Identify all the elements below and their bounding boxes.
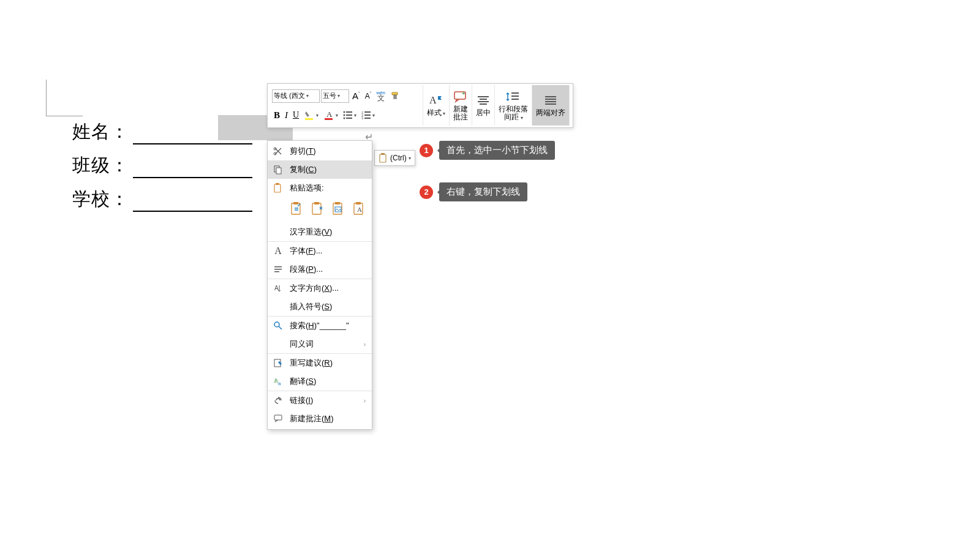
- field-label: 学校：: [72, 187, 129, 212]
- paste-picture-button[interactable]: [330, 200, 346, 218]
- svg-text:a: a: [278, 381, 281, 386]
- menu-label: 翻译(S): [290, 376, 316, 387]
- line-spacing-button[interactable]: 行和段落间距 ▾: [495, 85, 532, 126]
- align-center-button[interactable]: 居中: [472, 85, 495, 126]
- font-size-value: 五号: [323, 91, 336, 100]
- link-icon: [273, 395, 284, 406]
- svg-rect-25: [545, 96, 556, 97]
- svg-rect-45: [356, 202, 361, 204]
- menu-label: 复制(C): [290, 164, 317, 175]
- form-field-school: 学校：: [72, 187, 252, 212]
- menu-paste-options-header: 粘贴选项:: [268, 179, 372, 197]
- styles-button[interactable]: A 样式 ▾: [423, 85, 450, 126]
- menu-insert-symbol[interactable]: 插入符号(S): [268, 298, 372, 316]
- paste-keep-source-button[interactable]: [288, 200, 304, 218]
- svg-rect-39: [312, 203, 321, 214]
- shrink-font-button[interactable]: Aˇ: [363, 88, 374, 104]
- context-menu: 剪切(T) 复制(C) 粘贴选项: A 汉字重选(V) A 字体(F)...: [267, 140, 372, 430]
- menu-text-direction[interactable]: A 文字方向(X)...: [268, 279, 372, 298]
- svg-rect-19: [480, 99, 487, 100]
- rewrite-icon: [273, 358, 284, 369]
- paste-options-popup[interactable]: (Ctrl) ▾: [374, 150, 415, 166]
- form-field-class: 班级：: [72, 153, 252, 178]
- svg-rect-36: [276, 183, 279, 185]
- menu-label: 文字方向(X)...: [290, 283, 339, 294]
- menu-new-comment[interactable]: 新建批注(M): [268, 410, 372, 428]
- menu-label: 同义词: [290, 339, 314, 350]
- menu-translate[interactable]: あa 翻译(S): [268, 372, 372, 391]
- menu-rewrite[interactable]: 重写建议(R): [268, 353, 372, 372]
- format-painter-button[interactable]: [388, 88, 403, 104]
- new-comment-button[interactable]: + 新建批注: [450, 85, 472, 126]
- style-icon: A: [428, 93, 444, 108]
- svg-point-7: [344, 118, 345, 119]
- svg-rect-0: [305, 118, 313, 120]
- menu-font[interactable]: A 字体(F)...: [268, 241, 372, 260]
- svg-point-5: [344, 114, 345, 116]
- svg-text:A: A: [429, 95, 437, 105]
- bold-button[interactable]: B: [272, 107, 282, 123]
- menu-hanzi-reselect[interactable]: 汉字重选(V): [268, 223, 372, 241]
- menu-copy[interactable]: 复制(C): [268, 160, 372, 179]
- annotation-badge: 2: [420, 186, 433, 199]
- menu-label: 链接(I): [290, 395, 313, 406]
- paste-popup-label: (Ctrl): [390, 154, 407, 162]
- menu-synonyms[interactable]: 同义词 ›: [268, 335, 372, 353]
- paste-options-row: A: [268, 197, 372, 223]
- bullets-button[interactable]: ▾: [341, 107, 358, 123]
- svg-rect-24: [511, 99, 519, 100]
- svg-rect-23: [511, 96, 519, 97]
- svg-rect-14: [364, 118, 371, 119]
- menu-paragraph[interactable]: 段落(P)...: [268, 260, 372, 279]
- menu-link[interactable]: 链接(I) ›: [268, 391, 372, 410]
- field-underline[interactable]: [133, 195, 252, 212]
- annotation-step-2: 2 右键，复制下划线: [420, 182, 527, 201]
- svg-rect-21: [480, 103, 487, 105]
- scissors-icon: [273, 146, 284, 157]
- menu-label: 新建批注(M): [290, 413, 334, 424]
- field-underline[interactable]: [133, 161, 252, 178]
- svg-rect-35: [274, 184, 281, 192]
- svg-text:A: A: [326, 110, 333, 119]
- font-color-button[interactable]: A▾: [322, 107, 340, 123]
- underline-button[interactable]: U: [291, 107, 301, 123]
- translate-icon: あa: [273, 376, 284, 387]
- menu-label: 重写建议(R): [290, 358, 333, 369]
- text-direction-icon: A: [273, 283, 284, 294]
- justify-button[interactable]: 两端对齐: [532, 85, 570, 126]
- annotation-text: 右键，复制下划线: [439, 182, 527, 201]
- menu-search[interactable]: 搜索(H)"______": [268, 316, 372, 335]
- paragraph-icon: [273, 264, 284, 275]
- chevron-right-icon: ›: [364, 341, 366, 348]
- line-spacing-icon: [505, 89, 521, 104]
- annotation-step-1: 1 首先，选中一小节下划线: [420, 141, 555, 160]
- svg-rect-38: [293, 202, 298, 204]
- font-letter-icon: A: [273, 246, 284, 257]
- annotation-text: 首先，选中一小节下划线: [439, 141, 555, 160]
- font-size-combo[interactable]: 五号▾: [321, 89, 349, 103]
- svg-rect-22: [511, 92, 519, 94]
- svg-rect-28: [545, 103, 556, 105]
- svg-rect-30: [381, 153, 385, 155]
- menu-label: 插入符号(S): [290, 301, 332, 312]
- align-center-icon: [477, 93, 490, 108]
- font-name-value: 等线 (西文: [274, 91, 305, 100]
- italic-button[interactable]: I: [283, 107, 290, 123]
- numbering-button[interactable]: 123▾: [360, 107, 377, 123]
- paste-merge-formatting-button[interactable]: [309, 200, 325, 218]
- svg-rect-20: [478, 101, 489, 102]
- search-icon: [273, 320, 284, 331]
- grow-font-button[interactable]: Aˆ: [350, 88, 362, 104]
- highlight-color-button[interactable]: ▾: [302, 107, 320, 123]
- font-name-combo[interactable]: 等线 (西文▾: [272, 89, 320, 103]
- copy-icon: [273, 164, 284, 175]
- paste-text-only-button[interactable]: A: [351, 200, 367, 218]
- svg-point-51: [274, 322, 279, 327]
- svg-rect-26: [545, 99, 556, 100]
- svg-rect-29: [380, 154, 386, 162]
- svg-text:+: +: [462, 91, 466, 97]
- svg-rect-49: [274, 271, 279, 272]
- phonetic-guide-button[interactable]: wén 文: [374, 88, 387, 104]
- menu-cut[interactable]: 剪切(T): [268, 142, 372, 160]
- svg-rect-47: [274, 266, 282, 268]
